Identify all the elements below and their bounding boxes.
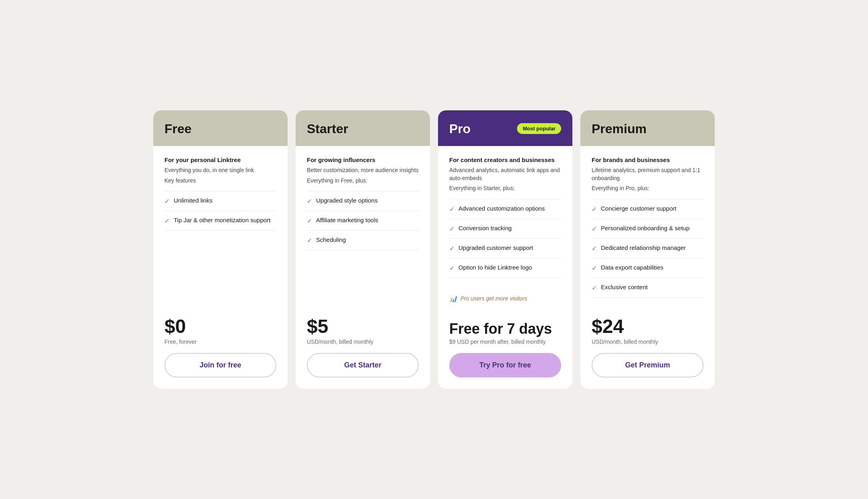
feature-text: Upgraded style options [316, 197, 377, 204]
feature-item: ✓Data export capabilities [592, 258, 704, 278]
features-list-starter: ✓Upgraded style options✓Affiliate market… [307, 191, 419, 298]
plan-card-premium: PremiumFor brands and businessesLifetime… [580, 110, 715, 389]
plan-includes-free: Key features [164, 177, 276, 185]
plan-subtitle-pro: Advanced analytics, automatic link apps … [449, 166, 561, 182]
feature-item: ✓Upgraded style options [307, 191, 419, 211]
plan-header-free: Free [153, 110, 288, 146]
feature-item: ✓Dedicated relationship manager [592, 238, 704, 258]
bar-chart-icon: 📊 [449, 295, 457, 302]
plan-body-pro: For content creators and businessesAdvan… [438, 146, 572, 312]
pro-visitors-label: Pro users get more visitors [460, 295, 527, 302]
feature-text: Exclusive content [601, 284, 648, 290]
feature-item: ✓Affiliate marketing tools [307, 211, 419, 230]
plan-description-pro: For content creators and businesses [449, 156, 561, 164]
most-popular-badge: Most popular [517, 123, 561, 134]
plan-subtitle-free: Everything you do, in one single link [164, 166, 276, 174]
feature-text: Conversion tracking [458, 225, 512, 231]
plan-footer-starter: $5USD/month, billed monthlyGet Starter [296, 307, 430, 389]
cta-button-pro[interactable]: Try Pro for free [449, 353, 561, 377]
pro-visitors-text: 📊Pro users get more visitors [449, 288, 561, 302]
plan-subtitle-starter: Better customization, more audience insi… [307, 166, 419, 174]
plan-includes-pro: Everything in Starter, plus: [449, 185, 561, 193]
plan-body-starter: For growing influencersBetter customizat… [296, 146, 430, 307]
plan-price-detail-pro: $9 USD per month after, billed monthly [449, 339, 561, 345]
plan-title-pro: Pro [449, 122, 471, 136]
feature-text: Affiliate marketing tools [316, 217, 378, 223]
plan-footer-pro: Free for 7 days$9 USD per month after, b… [438, 312, 572, 389]
feature-text: Personalized onboarding & setup [601, 225, 690, 231]
plan-card-starter: StarterFor growing influencersBetter cus… [296, 110, 430, 389]
plan-description-starter: For growing influencers [307, 156, 419, 164]
feature-text: Option to hide Linktree logo [458, 264, 532, 271]
check-icon: ✓ [307, 197, 312, 205]
plan-footer-free: $0Free, foreverJoin for free [153, 307, 288, 389]
plan-header-premium: Premium [580, 110, 715, 146]
plan-description-premium: For brands and businesses [592, 156, 704, 164]
feature-item: ✓Exclusive content [592, 278, 704, 298]
feature-item: ✓Conversion tracking [449, 219, 561, 238]
check-icon: ✓ [449, 225, 454, 233]
plan-title-free: Free [164, 122, 276, 136]
feature-text: Advanced customization options [458, 205, 545, 212]
plan-description-free: For your personal Linktree [164, 156, 276, 164]
check-icon: ✓ [592, 264, 597, 272]
plan-body-free: For your personal LinktreeEverything you… [153, 146, 288, 307]
plan-body-premium: For brands and businessesLifetime analyt… [580, 146, 715, 307]
check-icon: ✓ [449, 264, 454, 272]
cta-button-premium[interactable]: Get Premium [592, 353, 704, 377]
check-icon: ✓ [307, 217, 312, 225]
feature-text: Tip Jar & other monetization support [174, 217, 270, 223]
feature-item: ✓Unlimited links [164, 191, 276, 211]
feature-text: Upgraded customer support [458, 244, 533, 251]
check-icon: ✓ [449, 205, 454, 213]
feature-item: ✓Concierge customer support [592, 199, 704, 219]
feature-text: Data export capabilities [601, 264, 663, 271]
plan-subtitle-premium: Lifetime analytics, premium support and … [592, 166, 704, 182]
plan-price-premium: $24 [592, 317, 704, 336]
features-list-pro: ✓Advanced customization options✓Conversi… [449, 199, 561, 288]
plan-header-pro: ProMost popular [438, 110, 572, 146]
pricing-grid: FreeFor your personal LinktreeEverything… [153, 110, 715, 389]
plan-price-free: $0 [164, 317, 276, 336]
plan-includes-starter: Everything in Free, plus: [307, 177, 419, 185]
check-icon: ✓ [592, 245, 597, 252]
feature-text: Dedicated relationship manager [601, 244, 686, 251]
plan-price-pro: Free for 7 days [449, 322, 561, 336]
check-icon: ✓ [592, 205, 597, 213]
plan-price-detail-free: Free, forever [164, 339, 276, 345]
plan-price-detail-premium: USD/month, billed monthly [592, 339, 704, 345]
plan-card-pro: ProMost popularFor content creators and … [438, 110, 572, 389]
feature-item: ✓Scheduling [307, 230, 419, 250]
feature-text: Concierge customer support [601, 205, 676, 212]
check-icon: ✓ [307, 237, 312, 244]
plan-price-detail-starter: USD/month, billed monthly [307, 339, 419, 345]
feature-item: ✓Advanced customization options [449, 199, 561, 219]
plan-card-free: FreeFor your personal LinktreeEverything… [153, 110, 288, 389]
plan-header-starter: Starter [296, 110, 430, 146]
plan-footer-premium: $24USD/month, billed monthlyGet Premium [580, 307, 715, 389]
cta-button-free[interactable]: Join for free [164, 353, 276, 377]
check-icon: ✓ [164, 217, 170, 225]
plan-includes-premium: Everything in Pro, plus: [592, 185, 704, 193]
plan-title-premium: Premium [592, 122, 704, 136]
plan-price-starter: $5 [307, 317, 419, 336]
feature-text: Scheduling [316, 236, 346, 243]
check-icon: ✓ [449, 245, 454, 252]
check-icon: ✓ [164, 197, 170, 205]
features-list-premium: ✓Concierge customer support✓Personalized… [592, 199, 704, 298]
feature-item: ✓Option to hide Linktree logo [449, 258, 561, 278]
cta-button-starter[interactable]: Get Starter [307, 353, 419, 377]
features-list-free: ✓Unlimited links✓Tip Jar & other monetiz… [164, 191, 276, 298]
feature-item: ✓Personalized onboarding & setup [592, 219, 704, 238]
feature-item: ✓Tip Jar & other monetization support [164, 211, 276, 231]
feature-item: ✓Upgraded customer support [449, 238, 561, 258]
feature-text: Unlimited links [174, 197, 213, 204]
plan-title-starter: Starter [307, 122, 419, 136]
check-icon: ✓ [592, 284, 597, 292]
check-icon: ✓ [592, 225, 597, 233]
